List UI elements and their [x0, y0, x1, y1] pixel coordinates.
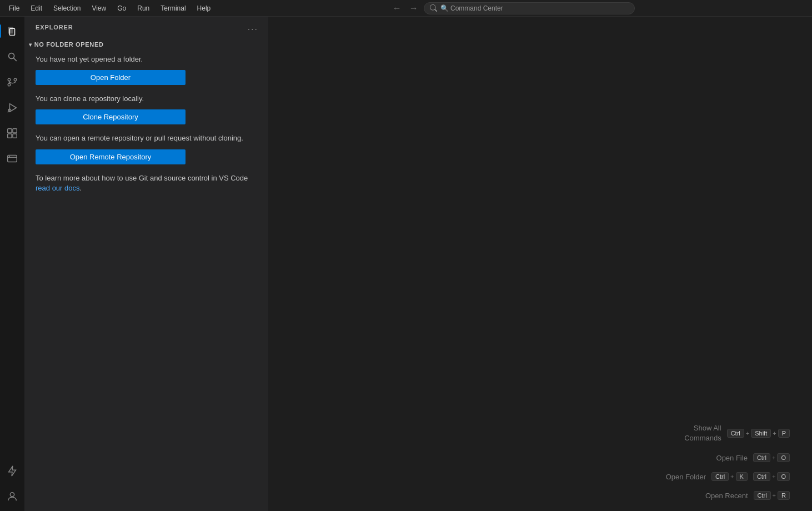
menu-edit[interactable]: Edit: [26, 3, 47, 14]
nav-back-button[interactable]: ←: [390, 2, 404, 14]
kbd-group-open-file: Ctrl + O: [753, 453, 790, 462]
account-activity-icon: [6, 490, 18, 503]
sidebar-item-search[interactable]: [0, 44, 24, 69]
clone-repository-button[interactable]: Clone Repository: [36, 109, 186, 124]
kbd-k: K: [736, 472, 748, 481]
menu-help[interactable]: Help: [193, 3, 215, 14]
kbd-ctrl-2: Ctrl: [753, 453, 770, 462]
svg-point-5: [8, 83, 11, 86]
sidebar-item-source-control[interactable]: [0, 70, 24, 94]
kbd-shift: Shift: [751, 429, 771, 438]
menu-file[interactable]: File: [4, 3, 24, 14]
kbd-group-open-recent: Ctrl + R: [754, 491, 790, 500]
no-folder-label: NO FOLDER OPENED: [34, 41, 104, 48]
no-folder-body: You have not yet opened a folder. Open F…: [24, 50, 268, 208]
svg-line-3: [13, 58, 16, 61]
menu-go[interactable]: Go: [113, 3, 131, 14]
thunder-activity-icon: [6, 465, 18, 477]
sidebar-item-flash[interactable]: [0, 459, 24, 483]
kbd-group-open-folder-2: Ctrl + O: [753, 472, 790, 481]
svg-rect-14: [13, 134, 17, 138]
shortcut-show-all-commands: Show AllCommands Ctrl + Shift + P: [684, 423, 790, 443]
clone-desc: You can clone a repository locally.: [36, 94, 257, 104]
nav-forward-button[interactable]: →: [407, 2, 420, 14]
svg-point-4: [8, 78, 11, 81]
source-control-activity-icon: [6, 76, 18, 88]
shortcut-open-recent: Open Recent Ctrl + R: [705, 491, 790, 500]
menu-terminal[interactable]: Terminal: [156, 3, 190, 14]
svg-rect-12: [13, 129, 17, 133]
kbd-ctrl-5: Ctrl: [754, 491, 771, 500]
sidebar-item-account[interactable]: [0, 484, 24, 509]
open-remote-repository-button[interactable]: Open Remote Repository: [36, 149, 186, 164]
titlebar: File Edit Selection View Go Run Terminal…: [0, 0, 812, 17]
copy-files-icon: [6, 25, 18, 37]
read-docs-link[interactable]: read our docs: [36, 184, 80, 192]
shortcut-label-show-commands: Show AllCommands: [684, 423, 721, 443]
main-layout: EXPLORER ... ▾ NO FOLDER OPENED You have…: [0, 17, 812, 511]
extensions-activity-icon: [6, 127, 18, 139]
kbd-ctrl-4: Ctrl: [753, 472, 770, 481]
sidebar-title: EXPLORER: [36, 24, 73, 31]
search-activity-icon: [6, 51, 18, 63]
kbd-p: P: [778, 429, 790, 438]
shortcuts-panel: Show AllCommands Ctrl + Shift + P Open F…: [666, 423, 790, 500]
sidebar: EXPLORER ... ▾ NO FOLDER OPENED You have…: [24, 17, 269, 511]
svg-rect-13: [8, 134, 12, 138]
svg-rect-0: [8, 27, 13, 34]
docs-text: To learn more about how to use Git and s…: [36, 173, 257, 193]
kbd-ctrl-3: Ctrl: [711, 472, 729, 481]
command-center[interactable]: 🔍 Command Center: [424, 2, 635, 14]
sidebar-item-run-debug[interactable]: [0, 96, 24, 120]
shortcut-open-folder: Open Folder Ctrl + K Ctrl + O: [666, 472, 790, 481]
sidebar-item-explorer[interactable]: [0, 19, 24, 43]
svg-point-6: [14, 78, 17, 81]
sidebar-header: EXPLORER ...: [24, 17, 268, 37]
shortcut-label-open-recent: Open Recent: [705, 492, 748, 500]
menu-view[interactable]: View: [87, 3, 111, 14]
svg-point-17: [9, 156, 10, 157]
activity-bar: [0, 17, 24, 511]
shortcut-open-file: Open File Ctrl + O: [716, 453, 790, 462]
kbd-r: R: [778, 491, 790, 500]
kbd-o-2: O: [777, 472, 790, 481]
remote-desc: You can open a remote repository or pull…: [36, 133, 257, 143]
sidebar-content: ▾ NO FOLDER OPENED You have not yet open…: [24, 37, 268, 511]
menu-selection[interactable]: Selection: [49, 3, 85, 14]
svg-marker-18: [9, 466, 16, 476]
run-debug-activity-icon: [6, 102, 18, 114]
open-folder-desc: You have not yet opened a folder.: [36, 54, 257, 64]
chevron-down-icon: ▾: [29, 42, 32, 48]
search-icon: [430, 4, 437, 12]
remote-explorer-activity-icon: [6, 153, 18, 165]
sidebar-item-remote-explorer[interactable]: [0, 147, 24, 171]
menu-run[interactable]: Run: [133, 3, 154, 14]
editor-area: Show AllCommands Ctrl + Shift + P Open F…: [269, 17, 812, 511]
titlebar-center: ← → 🔍 Command Center: [217, 2, 808, 14]
kbd-group-open-folder-1: Ctrl + K: [711, 472, 748, 481]
svg-point-19: [10, 493, 14, 497]
no-folder-section-header[interactable]: ▾ NO FOLDER OPENED: [24, 39, 268, 50]
svg-line-10: [8, 111, 9, 112]
sidebar-item-extensions[interactable]: [0, 121, 24, 146]
svg-rect-11: [8, 129, 12, 133]
kbd-ctrl: Ctrl: [727, 429, 744, 438]
open-folder-button[interactable]: Open Folder: [36, 70, 186, 85]
kbd-group-show-commands: Ctrl + Shift + P: [727, 429, 790, 438]
shortcut-label-open-file: Open File: [716, 454, 748, 462]
sidebar-more-actions-button[interactable]: ...: [247, 21, 259, 33]
command-center-label: 🔍 Command Center: [440, 4, 503, 12]
shortcut-label-open-folder: Open Folder: [666, 473, 706, 481]
kbd-o: O: [777, 453, 790, 462]
